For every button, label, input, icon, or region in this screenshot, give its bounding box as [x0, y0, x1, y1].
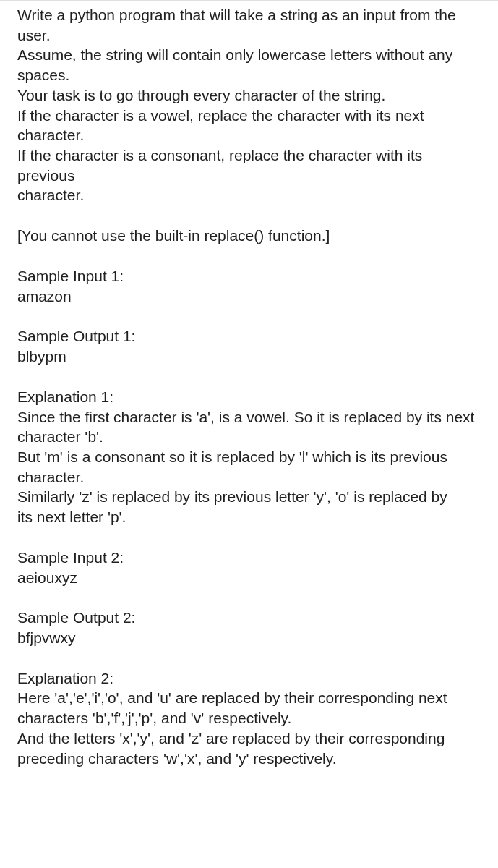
sample-input-1: Sample Input 1: amazon — [17, 266, 481, 306]
text-line: If the character is a consonant, replace… — [17, 145, 481, 185]
sample-input-2: Sample Input 2: aeiouxyz — [17, 548, 481, 587]
sample-output-1: Sample Output 1: blbypm — [17, 326, 481, 366]
text-line: Since the first character is 'a', is a v… — [17, 407, 481, 427]
text-line: characters 'b','f','j','p', and 'v' resp… — [17, 708, 481, 728]
text-line: Here 'a','e','i','o', and 'u' are replac… — [17, 688, 481, 708]
sample-value: amazon — [17, 286, 481, 307]
text-line: And the letters 'x','y', and 'z' are rep… — [17, 728, 481, 749]
sample-label: Sample Output 2: — [17, 608, 481, 628]
text-line: Write a python program that will take a … — [17, 5, 481, 45]
explanation-title: Explanation 2: — [17, 668, 481, 689]
sample-output-2: Sample Output 2: bfjpvwxy — [17, 608, 481, 647]
text-line: If the character is a vowel, replace the… — [17, 106, 481, 145]
text-line: Assume, the string will contain only low… — [17, 45, 481, 85]
text-line: But 'm' is a consonant so it is replaced… — [17, 447, 481, 467]
sample-value: blbypm — [17, 346, 481, 367]
explanation-1: Explanation 1: Since the first character… — [17, 387, 481, 527]
intro-paragraph: Write a python program that will take a … — [17, 5, 481, 205]
sample-value: aeiouxyz — [17, 568, 481, 588]
sample-label: Sample Input 2: — [17, 548, 481, 568]
document-body: Write a python program that will take a … — [0, 1, 498, 768]
text-line: character. — [17, 185, 481, 205]
text-line: character. — [17, 467, 481, 488]
explanation-title: Explanation 1: — [17, 387, 481, 407]
explanation-2: Explanation 2: Here 'a','e','i','o', and… — [17, 668, 481, 769]
sample-label: Sample Output 1: — [17, 326, 481, 346]
constraint-note: [You cannot use the built-in replace() f… — [17, 226, 481, 246]
text-line: character 'b'. — [17, 427, 481, 447]
text-line: [You cannot use the built-in replace() f… — [17, 226, 481, 246]
text-line: Similarly 'z' is replaced by its previou… — [17, 487, 481, 507]
text-line: its next letter 'p'. — [17, 507, 481, 527]
sample-value: bfjpvwxy — [17, 628, 481, 648]
sample-label: Sample Input 1: — [17, 266, 481, 286]
text-line: preceding characters 'w','x', and 'y' re… — [17, 749, 481, 769]
text-line: Your task is to go through every charact… — [17, 85, 481, 106]
